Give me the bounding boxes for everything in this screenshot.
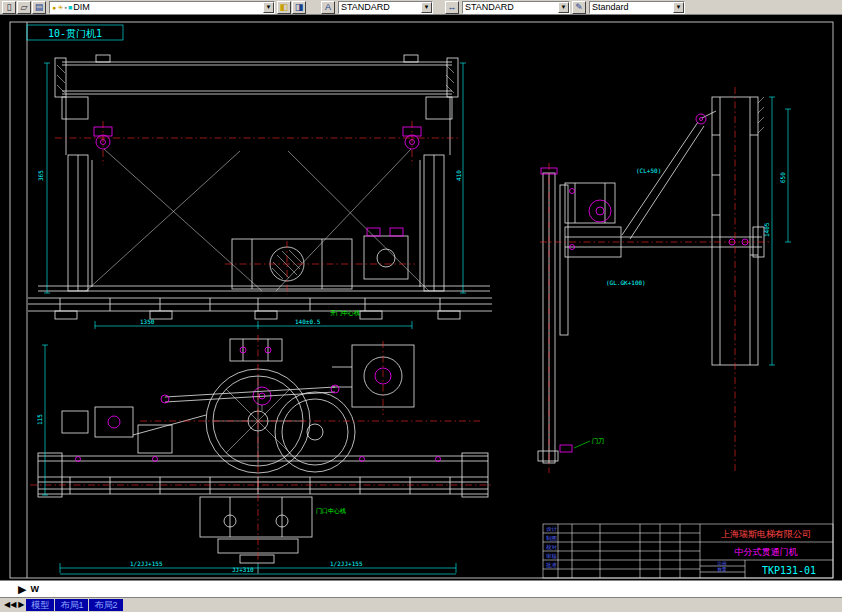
layer-combo-value: DIM [73, 2, 263, 12]
dim-label: 410 [455, 170, 462, 181]
text-style-icon: A [325, 3, 331, 12]
make-layer-current-icon: ◧ [280, 3, 289, 12]
titleblock-row-label: 审核 [546, 553, 558, 559]
company-name: 上海瑞斯电梯有限公司 [721, 529, 811, 539]
titleblock-row-label: 制图 [546, 535, 557, 542]
dim-label: 365 [37, 170, 44, 181]
make-layer-current-button[interactable]: ◧ [277, 1, 291, 14]
sheet-border [10, 22, 833, 578]
current-style-value: Standard [592, 2, 673, 12]
dim-label: 140±0.5 [295, 318, 321, 325]
current-style-combo-arrow-icon[interactable]: ▼ [673, 2, 684, 13]
annotation-label: 开门中心线 [330, 309, 360, 316]
title-block: 上海瑞斯电梯有限公司 中分式贯通门机 TKP131-01 设计 制图 校对 审核… [543, 524, 833, 578]
command-line[interactable]: ▶ W [0, 580, 842, 597]
text-style-combo-arrow-icon[interactable]: ▼ [421, 2, 432, 13]
layout-tabbar: ◀◀ ▶ 模型 布局1 布局2 [0, 597, 842, 612]
side-view: 1405 650 (CL+50) (GL.GK+100) 门刀 [538, 87, 791, 473]
text-style-combo[interactable]: STANDARD ▼ [338, 1, 433, 14]
dim-label: 1350 [140, 318, 155, 325]
titleblock-cell-label: 数量 [718, 567, 728, 572]
dim-style-icon: ↔ [448, 3, 457, 12]
dim-style-combo-arrow-icon[interactable]: ▼ [558, 2, 569, 13]
text-style-value: STANDARD [341, 2, 421, 12]
note-label: (CL+50) [636, 167, 661, 174]
layer-previous-icon: ◨ [295, 3, 304, 12]
plan-view: 115 1/2JJ+155 1/2JJ+155 JJ+310 门口中心线 [30, 335, 492, 575]
upright-channel [538, 97, 764, 461]
view-label-box: 10-贯门机1 [27, 25, 123, 40]
tab-prev-icon[interactable]: ◀◀ [4, 601, 16, 609]
layer-on-icon[interactable]: ● [52, 4, 56, 11]
dim-label: 1405 [763, 222, 770, 237]
text-style-button[interactable]: A [321, 1, 335, 14]
layer-color-swatch: ■ [68, 4, 72, 11]
layer-lock-icon[interactable]: ▪ [65, 4, 67, 11]
dim-label: 650 [779, 172, 786, 183]
side-dimensions [769, 97, 791, 365]
current-style-combo[interactable]: Standard ▼ [589, 1, 685, 14]
plan-dimensions [42, 345, 456, 574]
open-file-button[interactable]: ▱ [17, 1, 31, 14]
annotation-label: 门口中心线 [316, 507, 346, 515]
tab-layout2[interactable]: 布局2 [89, 599, 122, 611]
titleblock-row-label: 校对 [545, 544, 558, 550]
dim-label: 115 [36, 414, 43, 425]
dim-label: 1/2JJ+155 [130, 560, 163, 567]
layer-previous-button[interactable]: ◨ [292, 1, 306, 14]
drawing-title: 中分式贯通门机 [735, 547, 798, 557]
annotation-label: 门刀 [592, 437, 604, 445]
toolbar: ▯ ▱ ▤ ● ☀ ▪ ■ DIM ▼ ◧ ◨ A STANDARD ▼ ↔ S… [0, 0, 842, 15]
note-label: (GL.GK+100) [606, 279, 646, 286]
layer-combo-arrow-icon[interactable]: ▼ [263, 2, 274, 13]
open-file-icon: ▱ [21, 3, 28, 12]
drawing-number: TKP131-01 [762, 565, 816, 576]
new-file-icon: ▯ [7, 3, 12, 12]
tab-model[interactable]: 模型 [26, 599, 54, 611]
drawing-area[interactable]: 10-贯门机1 [0, 15, 842, 580]
dim-style-value: STANDARD [465, 2, 558, 12]
style-manager-button[interactable]: ✎ [572, 1, 586, 14]
layer-combo[interactable]: ● ☀ ▪ ■ DIM ▼ [49, 1, 275, 14]
autocad-window: ▯ ▱ ▤ ● ☀ ▪ ■ DIM ▼ ◧ ◨ A STANDARD ▼ ↔ S… [0, 0, 842, 612]
drawing-canvas[interactable]: 10-贯门机1 [0, 15, 842, 580]
lower-bracket [200, 497, 312, 563]
plan-rails [38, 453, 488, 497]
front-view: 365 410 1350 140±0.5 开门中心线 [28, 55, 492, 329]
style-manager-icon: ✎ [575, 3, 583, 12]
titleblock-row-label: 批准 [546, 562, 558, 569]
ucs-label: W [30, 584, 39, 594]
tab-next-icon[interactable]: ▶ [18, 601, 24, 609]
new-file-button[interactable]: ▯ [2, 1, 16, 14]
view-label: 10-贯门机1 [48, 28, 102, 39]
titleblock-row-label: 设计 [546, 526, 558, 532]
ucs-triangle-icon: ▶ [18, 584, 26, 595]
base-rails [28, 286, 492, 319]
layers-icon: ▤ [35, 3, 44, 12]
tab-layout1[interactable]: 布局1 [55, 599, 88, 611]
dim-label: 1/2JJ+155 [330, 560, 363, 567]
dim-style-combo[interactable]: STANDARD ▼ [462, 1, 570, 14]
motor-plan [332, 345, 414, 407]
door-cables [86, 149, 429, 291]
layer-thaw-icon[interactable]: ☀ [57, 4, 63, 11]
dim-label: JJ+310 [232, 566, 254, 573]
dim-style-button[interactable]: ↔ [445, 1, 459, 14]
layers-dialog-button[interactable]: ▤ [32, 1, 46, 14]
